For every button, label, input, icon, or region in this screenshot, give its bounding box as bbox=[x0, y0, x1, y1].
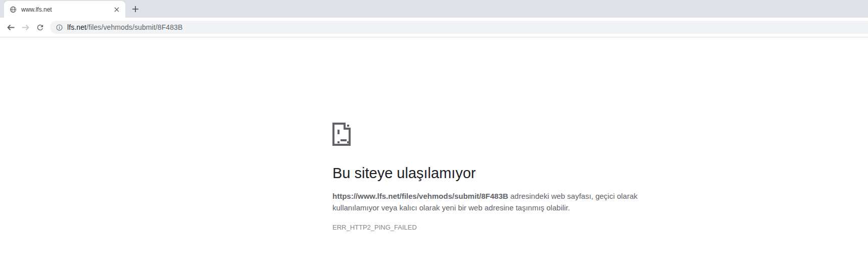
site-info-button[interactable] bbox=[55, 23, 64, 32]
info-circle-icon bbox=[56, 24, 63, 31]
reload-button[interactable] bbox=[35, 23, 44, 32]
new-tab-button[interactable] bbox=[129, 3, 141, 15]
error-description: https://www.lfs.net/files/vehmods/submit… bbox=[332, 190, 646, 213]
address-bar[interactable]: lfs.net/files/vehmods/submit/8F483B bbox=[50, 21, 868, 34]
browser-tab[interactable]: www.lfs.net bbox=[4, 1, 125, 18]
url-path: /files/vehmods/submit/8F483B bbox=[86, 23, 182, 31]
reload-icon bbox=[36, 23, 44, 32]
browser-window: www.lfs.net bbox=[0, 0, 868, 231]
plus-icon bbox=[132, 6, 139, 13]
url-text: lfs.net/files/vehmods/submit/8F483B bbox=[67, 23, 182, 31]
globe-favicon-icon bbox=[10, 6, 17, 13]
arrow-left-icon bbox=[7, 23, 15, 32]
error-code: ERR_HTTP2_PING_FAILED bbox=[332, 224, 868, 231]
error-page: Bu siteye ulaşılamıyor https://www.lfs.n… bbox=[0, 37, 868, 231]
forward-button[interactable] bbox=[21, 23, 30, 32]
error-title: Bu siteye ulaşılamıyor bbox=[332, 164, 868, 182]
navigation-toolbar: lfs.net/files/vehmods/submit/8F483B bbox=[0, 18, 868, 37]
tab-title: www.lfs.net bbox=[21, 6, 112, 13]
url-domain: lfs.net bbox=[67, 23, 86, 31]
back-button[interactable] bbox=[6, 23, 15, 32]
error-url: https://www.lfs.net/files/vehmods/submit… bbox=[332, 192, 508, 200]
arrow-right-icon bbox=[21, 23, 30, 32]
tab-bar: www.lfs.net bbox=[0, 0, 868, 18]
tab-close-icon[interactable] bbox=[112, 5, 121, 14]
sad-file-icon bbox=[332, 123, 351, 146]
